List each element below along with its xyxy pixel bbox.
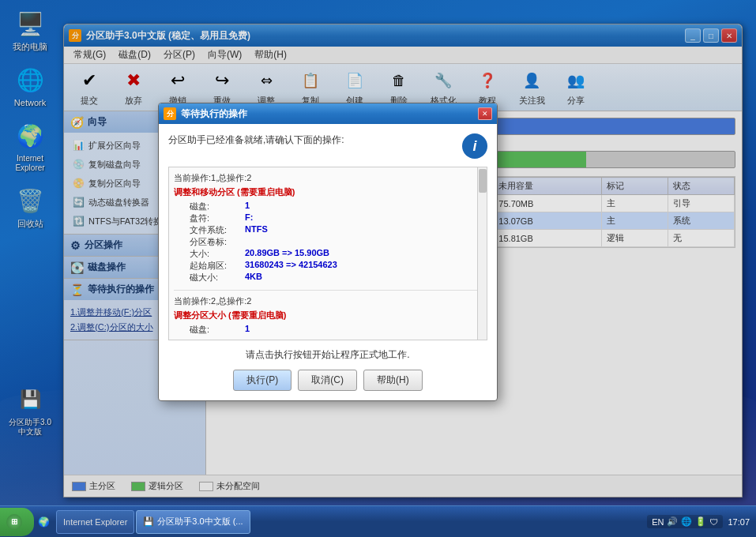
cancel-button[interactable]: 取消(C) bbox=[298, 370, 357, 391]
op1-header: 当前操作:1,总操作:2 bbox=[174, 172, 471, 184]
pending-ops-dialog: 分 等待执行的操作 ✕ 分区助手已经准备就绪,请确认下面的操作: i bbox=[158, 103, 498, 401]
tray-icon-2: 🌐 bbox=[681, 516, 692, 527]
dialog-description: 分区助手已经准备就绪,请确认下面的操作: bbox=[168, 133, 454, 147]
taskbar-partition-label: 分区助手3.0中文版 (... bbox=[157, 516, 243, 528]
taskbar-partition-icon: 💾 bbox=[143, 516, 154, 527]
dialog-btn-row: 执行(P) 取消(C) 帮助(H) bbox=[168, 370, 487, 391]
op2-disk: 磁盘: 1 bbox=[190, 324, 471, 336]
scrollbar[interactable] bbox=[477, 167, 487, 340]
start-button[interactable]: ⊞ bbox=[0, 508, 34, 536]
dialog-icon: 分 bbox=[164, 107, 176, 120]
op2-header: 当前操作:2,总操作:2 bbox=[174, 295, 471, 307]
sys-tray: EN 🔊 🌐 🔋 🛡 bbox=[647, 515, 723, 528]
execute-button[interactable]: 执行(P) bbox=[233, 370, 291, 391]
taskbar-ie-label: Internet Explorer bbox=[63, 517, 127, 527]
op1-fs: 文件系统: NTFS bbox=[190, 224, 471, 236]
taskbar-item-ie[interactable]: Internet Explorer bbox=[56, 510, 134, 534]
dialog-overlay: 分 等待执行的操作 ✕ 分区助手已经准备就绪,请确认下面的操作: i bbox=[0, 0, 756, 537]
start-icon: ⊞ bbox=[6, 514, 22, 530]
op2-title: 调整分区大小 (需要重启电脑) bbox=[174, 310, 471, 321]
op1-disk: 磁盘: 1 bbox=[190, 201, 471, 212]
taskbar-item-partition[interactable]: 💾 分区助手3.0中文版 (... bbox=[136, 510, 250, 534]
taskbar-items: Internet Explorer 💾 分区助手3.0中文版 (... bbox=[53, 506, 641, 537]
dialog-ops-area[interactable]: 当前操作:1,总操作:2 调整和移动分区 (需要重启电脑) 磁盘: 1 盘符: … bbox=[168, 167, 487, 340]
taskbar-ie-icon[interactable]: 🌍 bbox=[34, 513, 53, 531]
taskbar: ⊞ 🌍 Internet Explorer 💾 分区助手3.0中文版 (... … bbox=[0, 505, 756, 537]
help-button[interactable]: 帮助(H) bbox=[363, 370, 423, 391]
tray-icon-1: 🔊 bbox=[667, 516, 678, 527]
op1-section: 当前操作:1,总操作:2 调整和移动分区 (需要重启电脑) 磁盘: 1 盘符: … bbox=[174, 172, 482, 284]
op2-section: 当前操作:2,总操作:2 调整分区大小 (需要重启电脑) 磁盘: 1 bbox=[174, 295, 482, 336]
dialog-footer-text: 请点击执行按钮开始让程序正式地工作. bbox=[168, 348, 487, 362]
op1-title: 调整和移动分区 (需要重启电脑) bbox=[174, 186, 471, 198]
taskbar-right: EN 🔊 🌐 🔋 🛡 17:07 bbox=[641, 515, 756, 528]
info-icon: i bbox=[462, 133, 487, 159]
op1-drive: 盘符: F: bbox=[190, 212, 471, 224]
op-separator bbox=[174, 290, 482, 291]
tray-icon-3: 🔋 bbox=[695, 516, 706, 527]
dialog-title-bar: 分 等待执行的操作 ✕ bbox=[159, 103, 497, 124]
dialog-info-row: 分区助手已经准备就绪,请确认下面的操作: i bbox=[168, 133, 487, 159]
op1-label: 分区卷标: bbox=[190, 236, 471, 248]
clock: 17:07 bbox=[728, 517, 750, 527]
dialog-body: 分区助手已经准备就绪,请确认下面的操作: i 当前操作:1,总操作:2 调整和移… bbox=[159, 124, 497, 400]
scrollbar-thumb[interactable] bbox=[479, 169, 487, 193]
desktop: 🖥️ 我的电脑 🌐 Network 🌍 InternetExplorer 🗑️ … bbox=[0, 0, 756, 537]
lang-indicator: EN bbox=[652, 517, 664, 527]
op1-sector-start: 起始扇区: 31680243 => 42154623 bbox=[190, 260, 471, 272]
tray-icon-4: 🛡 bbox=[709, 517, 718, 527]
op1-cluster: 磁大小: 4KB bbox=[190, 272, 471, 284]
dialog-title: 等待执行的操作 bbox=[181, 107, 473, 121]
dialog-close-button[interactable]: ✕ bbox=[478, 107, 492, 120]
op1-size: 大小: 20.89GB => 15.90GB bbox=[190, 248, 471, 260]
